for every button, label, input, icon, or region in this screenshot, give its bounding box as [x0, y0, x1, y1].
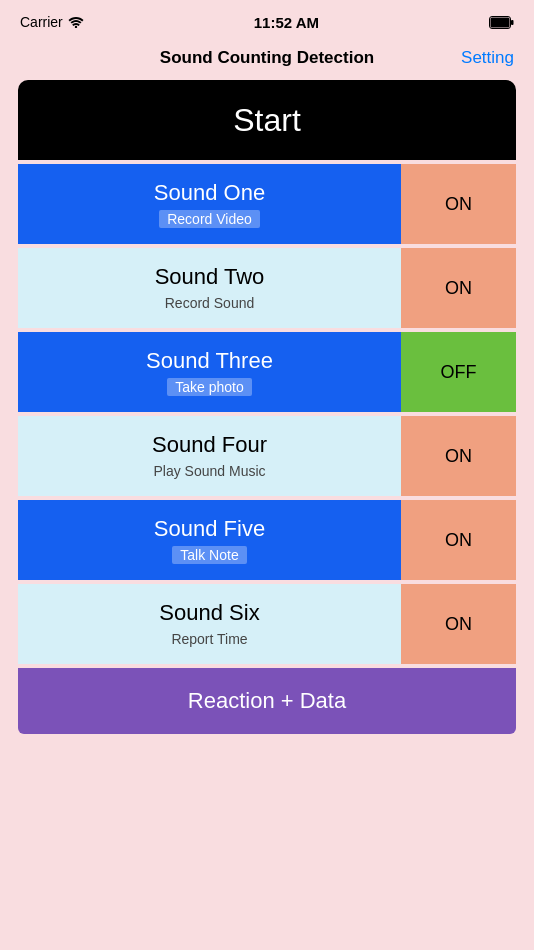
sound-info-3[interactable]: Sound Three Take photo [18, 332, 401, 412]
battery-indicator [489, 16, 514, 29]
carrier-label: Carrier [20, 14, 84, 30]
sound-row: Sound Six Report Time ON [18, 584, 516, 664]
sound-subtitle-1: Record Video [159, 210, 260, 228]
svg-point-0 [75, 26, 77, 28]
sound-info-1[interactable]: Sound One Record Video [18, 164, 401, 244]
start-button[interactable]: Start [18, 80, 516, 160]
sound-toggle-1[interactable]: ON [401, 164, 516, 244]
sound-info-5[interactable]: Sound Five Talk Note [18, 500, 401, 580]
sound-name-5: Sound Five [154, 516, 265, 542]
sound-name-3: Sound Three [146, 348, 273, 374]
sound-subtitle-6: Report Time [163, 630, 255, 648]
time-label: 11:52 AM [254, 14, 319, 31]
sound-name-1: Sound One [154, 180, 265, 206]
sound-name-6: Sound Six [159, 600, 259, 626]
sound-info-6[interactable]: Sound Six Report Time [18, 584, 401, 664]
sound-row: Sound One Record Video ON [18, 164, 516, 244]
sound-toggle-4[interactable]: ON [401, 416, 516, 496]
setting-button[interactable]: Setting [461, 48, 514, 68]
svg-rect-2 [511, 20, 514, 25]
reaction-label: Reaction + Data [188, 688, 346, 714]
sound-name-2: Sound Two [155, 264, 265, 290]
battery-icon [489, 16, 514, 29]
sound-subtitle-4: Play Sound Music [145, 462, 273, 480]
sound-subtitle-3: Take photo [167, 378, 252, 396]
main-container: Start Sound One Record Video ON Sound Tw… [18, 80, 516, 734]
page-title: Sound Counting Detection [160, 48, 374, 68]
sound-toggle-5[interactable]: ON [401, 500, 516, 580]
sound-subtitle-5: Talk Note [172, 546, 246, 564]
sound-name-4: Sound Four [152, 432, 267, 458]
status-bar: Carrier 11:52 AM [0, 0, 534, 40]
sound-toggle-2[interactable]: ON [401, 248, 516, 328]
wifi-icon [68, 16, 84, 28]
sound-toggle-3[interactable]: OFF [401, 332, 516, 412]
sound-row: Sound Two Record Sound ON [18, 248, 516, 328]
sound-subtitle-2: Record Sound [157, 294, 263, 312]
header: Sound Counting Detection Setting [0, 40, 534, 80]
sound-row: Sound Three Take photo OFF [18, 332, 516, 412]
sound-rows: Sound One Record Video ON Sound Two Reco… [18, 164, 516, 664]
svg-rect-3 [491, 17, 510, 27]
sound-row: Sound Four Play Sound Music ON [18, 416, 516, 496]
sound-info-2[interactable]: Sound Two Record Sound [18, 248, 401, 328]
sound-toggle-6[interactable]: ON [401, 584, 516, 664]
reaction-button[interactable]: Reaction + Data [18, 668, 516, 734]
sound-row: Sound Five Talk Note ON [18, 500, 516, 580]
sound-info-4[interactable]: Sound Four Play Sound Music [18, 416, 401, 496]
start-button-label: Start [233, 102, 301, 139]
